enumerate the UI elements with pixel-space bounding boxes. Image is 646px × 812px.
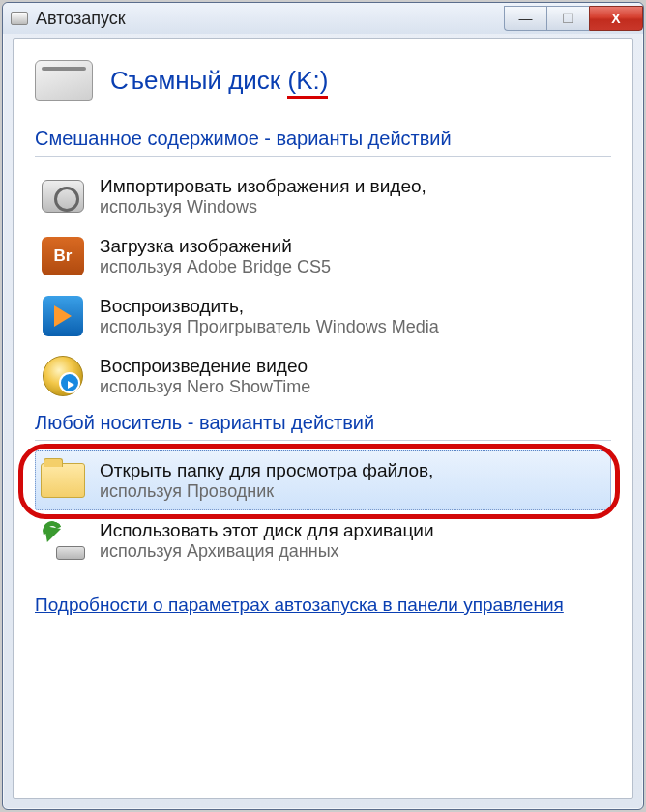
titlebar[interactable]: Автозапуск — ☐ X	[3, 3, 643, 34]
drive-label-main: Съемный диск	[110, 66, 280, 95]
option-sub: используя Архивация данных	[100, 541, 434, 562]
close-button[interactable]: X	[589, 6, 643, 31]
folder-icon	[40, 457, 86, 504]
option-sub: используя Windows	[100, 197, 426, 218]
option-title: Загрузка изображений	[100, 236, 331, 257]
removable-drive-icon	[35, 60, 93, 101]
option-title: Импортировать изображения и видео,	[100, 176, 426, 197]
drive-header: Съемный диск (K:)	[35, 60, 611, 101]
maximize-button[interactable]: ☐	[546, 6, 589, 31]
window-buttons: — ☐ X	[504, 6, 643, 31]
minimize-button[interactable]: —	[504, 6, 546, 31]
nero-icon	[40, 353, 86, 399]
autoplay-settings-link[interactable]: Подробности о параметрах автозапуска в п…	[35, 592, 564, 619]
option-import-pictures[interactable]: Импортировать изображения и видео, испол…	[35, 166, 611, 226]
option-title: Использовать этот диск для архивации	[100, 520, 434, 541]
backup-icon	[40, 517, 86, 564]
option-title: Воспроизведение видео	[100, 356, 310, 377]
option-sub: используя Adobe Bridge CS5	[100, 257, 331, 277]
window-title: Автозапуск	[36, 9, 126, 29]
option-title: Воспроизводить,	[100, 296, 439, 317]
section-mixed-content: Смешанное содержимое - варианты действий	[35, 128, 611, 157]
drive-icon-small	[11, 12, 28, 25]
option-wmp-play[interactable]: Воспроизводить, используя Проигрыватель …	[35, 286, 611, 346]
drive-title: Съемный диск (K:)	[110, 66, 328, 96]
camera-icon	[40, 173, 86, 219]
drive-label-letter: (K:)	[287, 66, 328, 99]
option-sub: используя Проводник	[100, 481, 433, 502]
option-title: Открыть папку для просмотра файлов,	[100, 460, 433, 481]
client-area: Съемный диск (K:) Смешанное содержимое -…	[13, 38, 633, 799]
autoplay-window: Автозапуск — ☐ X Съемный диск (K:) Смеша…	[2, 2, 644, 810]
option-open-folder[interactable]: Открыть папку для просмотра файлов, испо…	[35, 450, 611, 510]
option-nero-showtime[interactable]: Воспроизведение видео используя Nero Sho…	[35, 346, 611, 406]
bridge-icon: Br	[40, 233, 86, 279]
option-adobe-bridge[interactable]: Br Загрузка изображений используя Adobe …	[35, 226, 611, 286]
option-backup[interactable]: Использовать этот диск для архивации исп…	[35, 510, 611, 570]
option-sub: используя Проигрыватель Windows Media	[100, 317, 439, 337]
section-any-media: Любой носитель - варианты действий	[35, 412, 611, 441]
option-sub: используя Nero ShowTime	[100, 377, 310, 397]
wmp-icon	[40, 293, 86, 339]
